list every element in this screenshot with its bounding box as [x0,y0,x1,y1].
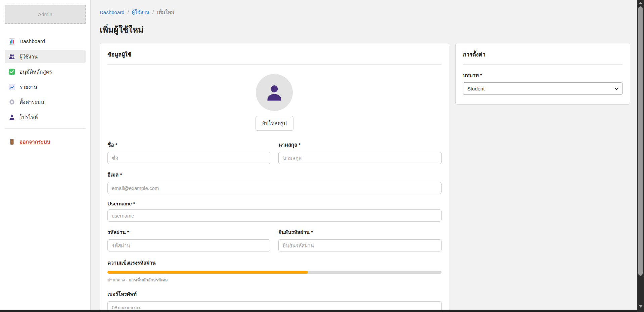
email-input[interactable] [107,182,442,194]
main-content: Dashboard / ผู้ใช้งาน / เพิ่มใหม่ เพิ่มผ… [91,0,637,310]
vertical-scrollbar[interactable] [637,0,644,312]
password-strength-track [107,271,442,274]
sidebar-item-profile[interactable]: โปรไฟล์ [5,110,86,124]
scrollbar-up-button[interactable] [637,0,644,6]
sidebar: Admin Dashboard ผู้ใช้งาน อนุมัติหลักสูต… [0,0,91,310]
brand-label: Admin [38,11,52,17]
sidebar-nav: Dashboard ผู้ใช้งาน อนุมัติหลักสูตร รายง… [5,35,86,124]
avatar [256,74,293,111]
phone-input[interactable] [107,301,442,310]
settings-card: การตั้งค่า บทบาท * Student [455,43,630,105]
password-strength-helper: ปานกลาง - ควรเพิ่มตัวอักษรพิเศษ [107,277,442,283]
password-input[interactable] [107,239,270,251]
breadcrumb-dashboard[interactable]: Dashboard [100,9,124,15]
dashboard-chart-icon [9,38,15,45]
sidebar-item-label: Dashboard [19,38,45,44]
logout-label: ออกจากระบบ [19,138,50,146]
window-bottom-edge [0,310,644,312]
brand-logo-placeholder: Admin [5,5,86,24]
scroll-up-arrow-icon [639,2,643,4]
password-strength-label: ความแข็งแรงรหัสผ่าน [107,259,442,267]
profile-person-icon [9,114,15,120]
confirm-password-label: ยืนยันรหัสผ่าน * [278,228,441,236]
password-strength-section: ความแข็งแรงรหัสผ่าน ปานกลาง - ควรเพิ่มตั… [107,259,442,283]
role-select-wrap: Student [463,82,623,95]
first-name-label: ชื่อ * [107,141,270,149]
email-field-group: อีเมล * [107,171,442,194]
breadcrumb-separator: / [152,9,154,15]
phone-field-group: เบอร์โทรศัพท์ [107,290,442,310]
sidebar-item-label: ตั้งค่าระบบ [19,98,44,106]
sidebar-item-system-settings[interactable]: ตั้งค่าระบบ [5,95,86,109]
username-label: Username * [107,201,442,206]
last-name-input[interactable] [278,152,441,164]
logout-button[interactable]: ออกจากระบบ [5,138,86,146]
sidebar-item-label: รายงาน [19,83,37,91]
settings-gear-icon [9,99,15,105]
first-name-input[interactable] [107,152,270,164]
breadcrumb: Dashboard / ผู้ใช้งาน / เพิ่มใหม่ [100,8,630,16]
first-name-field-group: ชื่อ * [107,141,270,164]
role-label: บทบาท * [463,71,623,79]
sidebar-item-label: ผู้ใช้งาน [19,52,38,61]
password-label: รหัสผ่าน * [107,228,270,236]
password-strength-fill [107,271,308,274]
sidebar-item-reports[interactable]: รายงาน [5,80,86,93]
sidebar-item-users[interactable]: ผู้ใช้งาน [5,50,86,63]
reports-trend-icon [9,84,15,90]
sidebar-item-dashboard[interactable]: Dashboard [5,35,86,48]
scrollbar-thumb[interactable] [638,6,643,276]
breadcrumb-users[interactable]: ผู้ใช้งาน [132,8,149,16]
sidebar-item-approve-courses[interactable]: อนุมัติหลักสูตร [5,65,86,78]
avatar-person-icon [265,83,284,102]
upload-photo-button[interactable]: อัปโหลดรูป [256,116,293,131]
confirm-password-field-group: ยืนยันรหัสผ่าน * [278,228,441,251]
last-name-field-group: นามสกุล * [278,141,441,164]
password-field-group: รหัสผ่าน * [107,228,270,251]
email-label: อีเมล * [107,171,442,179]
sidebar-item-label: อนุมัติหลักสูตร [19,68,52,76]
role-select[interactable]: Student [463,82,623,95]
settings-card-title: การตั้งค่า [463,50,623,65]
user-info-card: ข้อมูลผู้ใช้ อัปโหลดรูป ชื่อ * นามสกุล * [100,43,449,310]
users-icon [9,53,15,60]
confirm-password-input[interactable] [278,239,441,251]
phone-label: เบอร์โทรศัพท์ [107,290,442,298]
username-field-group: Username * [107,201,442,222]
logout-door-icon [9,139,15,145]
avatar-section: อัปโหลดรูป [107,65,442,134]
approve-check-icon [9,69,15,75]
sidebar-item-label: โปรไฟล์ [19,113,38,121]
username-input[interactable] [107,209,442,222]
scroll-down-arrow-icon [639,305,643,308]
breadcrumb-current: เพิ่มใหม่ [157,8,174,16]
page-title: เพิ่มผู้ใช้ใหม่ [100,23,630,36]
scrollbar-down-button[interactable] [637,304,644,309]
last-name-label: นามสกุล * [278,141,441,149]
breadcrumb-separator: / [127,9,129,15]
user-info-card-title: ข้อมูลผู้ใช้ [107,50,442,65]
sidebar-divider [5,128,86,129]
